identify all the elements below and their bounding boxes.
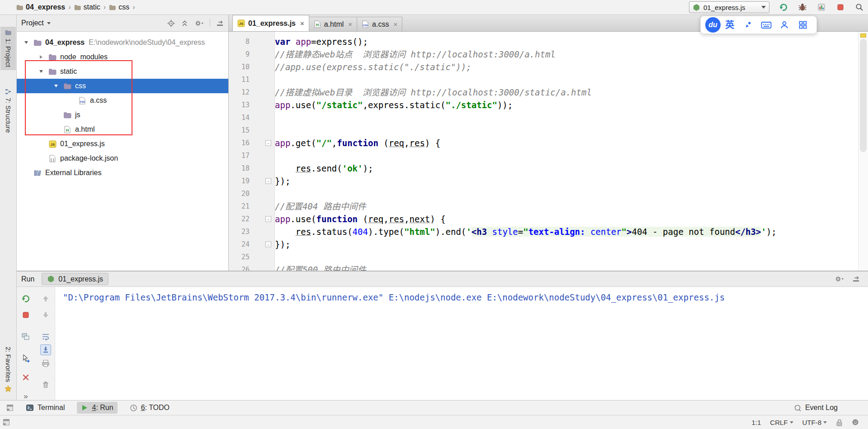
fold-marker-icon[interactable]: - — [265, 216, 271, 222]
code-line[interactable]: 18 res.send('ok'); — [229, 162, 858, 175]
restore-layout-button[interactable] — [20, 331, 31, 342]
star-icon — [5, 385, 12, 392]
code-line[interactable]: 25 — [229, 251, 858, 263]
collapse-all-icon[interactable] — [181, 19, 189, 27]
breadcrumb-item-static[interactable]: static — [74, 3, 100, 11]
fold-marker-icon[interactable]: - — [265, 242, 271, 248]
editor-tab-a.css[interactable]: cssa.css× — [357, 17, 402, 31]
fold-marker-icon[interactable]: - — [265, 140, 271, 146]
tree-caret-icon[interactable] — [35, 70, 47, 73]
code-line[interactable]: 19-}); — [229, 175, 858, 187]
next-occurrence-button[interactable] — [40, 310, 51, 320]
breadcrumb-item-04_express[interactable]: 04_express — [16, 3, 65, 11]
clear-console-button[interactable] — [40, 379, 51, 390]
scrollbar-thumb[interactable] — [860, 39, 867, 152]
run-config-select[interactable]: 01_express.js — [689, 1, 769, 13]
sidebar-tab-project[interactable]: 1: Project — [0, 27, 16, 70]
code-text: app.get("/",function (req,res) { — [275, 137, 440, 149]
event-log-button[interactable]: Event Log — [790, 402, 842, 414]
caret-position-widget[interactable]: 1:1 — [751, 419, 761, 426]
code-line[interactable]: 11 — [229, 73, 858, 86]
tab-close-icon[interactable]: × — [393, 20, 397, 28]
scroll-to-end-button[interactable] — [40, 344, 51, 355]
locate-target-icon[interactable] — [167, 19, 175, 27]
toolwindow-tab-run[interactable]: 4: Run — [77, 402, 117, 414]
warning-stripe-marker[interactable] — [860, 33, 866, 38]
tree-item-package-lock.json[interactable]: { }package-lock.json — [17, 151, 228, 166]
editor-tab-a.html[interactable]: Ha.html× — [309, 17, 357, 31]
toolwindow-tab-terminal[interactable]: Terminal — [22, 402, 69, 414]
fold-marker-icon[interactable]: - — [265, 178, 271, 184]
toolwindow-corner-icon[interactable] — [6, 404, 14, 411]
grid-menu-icon[interactable] — [794, 20, 812, 29]
line-number: 17 — [229, 152, 250, 160]
code-line[interactable]: 14 — [229, 111, 858, 124]
tree-item-js[interactable]: js — [17, 108, 228, 122]
tree-caret-icon[interactable] — [50, 85, 62, 87]
code-line[interactable]: 20 — [229, 187, 858, 200]
debug-bug-icon[interactable] — [797, 2, 807, 12]
ime-language-toggle[interactable]: 英 — [721, 20, 739, 29]
tree-item-a.html[interactable]: Ha.html — [17, 122, 228, 137]
line-ending-widget[interactable]: CRLF — [770, 419, 793, 426]
stop-button[interactable] — [835, 2, 845, 12]
tab-close-icon[interactable]: × — [348, 20, 352, 28]
code-line[interactable]: 15 — [229, 124, 858, 137]
hide-panel-icon[interactable] — [216, 19, 224, 27]
code-line[interactable]: 8var app=express(); — [229, 35, 858, 48]
code-line[interactable]: 13app.use("/static",express.static("./st… — [229, 99, 858, 111]
stop-button[interactable] — [20, 310, 31, 320]
tab-close-icon[interactable]: × — [300, 19, 304, 27]
code-line[interactable]: 16-app.get("/",function (req,res) { — [229, 137, 858, 149]
coverage-button[interactable] — [816, 2, 826, 12]
code-line[interactable]: 22-app.use(function (req,res,next) { — [229, 213, 858, 225]
tree-item-static[interactable]: static — [17, 64, 228, 79]
encoding-widget[interactable]: UTF-8 — [802, 419, 827, 426]
code-line[interactable]: 23 res.status(404).type("html").end('<h3… — [229, 225, 858, 238]
settings-gear-icon[interactable] — [835, 275, 844, 283]
code-line[interactable]: 17 — [229, 149, 858, 162]
sidebar-tab-structure[interactable]: 7: Structure — [0, 85, 16, 136]
editor-tab-01_express.js[interactable]: JS01_express.js× — [232, 15, 309, 31]
code-line[interactable]: 26//配置500 路由中间件 — [229, 263, 858, 271]
prev-occurrence-button[interactable] — [40, 293, 51, 304]
hector-inspector-icon[interactable] — [852, 419, 859, 426]
tree-item-01_express.js[interactable]: JS01_express.js — [17, 137, 228, 151]
soft-wrap-button[interactable] — [40, 331, 51, 342]
toolwindow-tab-todo[interactable]: 6: TODO — [126, 402, 174, 414]
show-toolbar-button[interactable] — [20, 353, 31, 364]
code-line[interactable]: 21//配置404 路由中间件 — [229, 200, 858, 213]
editor-scrollbar[interactable] — [858, 32, 868, 271]
rerun-button[interactable] — [20, 293, 31, 304]
keyboard-icon[interactable] — [757, 20, 775, 29]
code-editor[interactable]: 8var app=express();9//搭建静态web站点 浏览器访问 ht… — [229, 32, 858, 271]
handwriting-icon[interactable] — [739, 20, 757, 30]
tree-caret-icon[interactable] — [20, 41, 32, 44]
run-tab[interactable]: 01_express.js — [42, 273, 108, 285]
baidu-ime-logo[interactable]: du — [705, 17, 721, 33]
tree-item-css[interactable]: css — [17, 79, 228, 93]
lock-icon[interactable] — [836, 419, 843, 426]
tree-caret-icon[interactable] — [35, 55, 47, 59]
tree-item-a.css[interactable]: cssa.css — [17, 93, 228, 108]
project-view-selector[interactable]: Project — [21, 19, 51, 27]
code-line[interactable]: 24-}); — [229, 238, 858, 251]
sidebar-tab-favorites[interactable]: 2: Favorites — [0, 343, 16, 396]
print-button[interactable] — [40, 358, 51, 369]
tree-item-ExternalLibraries[interactable]: External Libraries — [17, 166, 228, 180]
toolwindow-quick-access-icon[interactable] — [3, 419, 10, 426]
settings-gear-icon[interactable] — [194, 19, 204, 27]
tree-item-node_modules[interactable]: node_modules — [17, 50, 228, 64]
code-line[interactable]: 9//搭建静态web站点 浏览器访问 http://localhost:3000… — [229, 48, 858, 61]
search-everywhere-icon[interactable] — [854, 2, 864, 12]
run-console[interactable]: "D:\Program Files\JetBrains\WebStorm 201… — [56, 287, 868, 400]
tree-item-04_express[interactable]: 04_expressE:\nodework\nodeStudy\04_expre… — [17, 35, 228, 50]
run-button[interactable] — [778, 2, 788, 12]
hide-panel-icon[interactable] — [852, 275, 860, 283]
tree-label: 01_express.js — [60, 140, 105, 148]
code-line[interactable]: 12//搭建虚拟web目录 浏览器访问 http://localhost:300… — [229, 86, 858, 99]
close-button[interactable] — [20, 372, 31, 383]
breadcrumb-item-css[interactable]: css — [109, 3, 129, 11]
user-icon[interactable] — [775, 20, 793, 29]
code-line[interactable]: 10//app.use(express.static("./static")); — [229, 61, 858, 73]
